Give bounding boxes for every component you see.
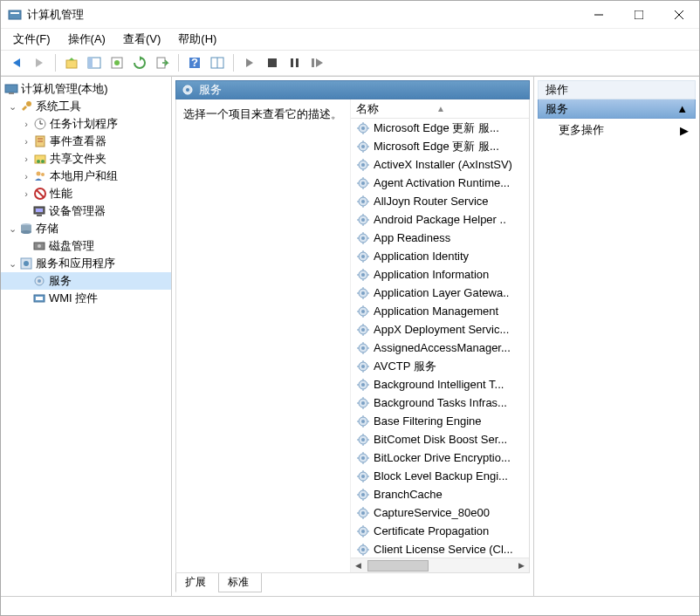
gear-icon xyxy=(356,231,370,245)
forward-button[interactable] xyxy=(29,52,50,73)
tree-share[interactable]: › 共享文件夹 xyxy=(1,150,171,168)
properties-button[interactable] xyxy=(106,52,127,73)
tab-extended[interactable]: 扩展 xyxy=(175,573,219,592)
back-button[interactable] xyxy=(6,52,27,73)
svg-point-41 xyxy=(21,230,31,234)
service-name: Application Management xyxy=(374,305,498,318)
actions-section[interactable]: 服务 ▲ xyxy=(538,99,696,119)
service-row[interactable]: Base Filtering Engine xyxy=(351,412,529,430)
scroll-track[interactable] xyxy=(366,559,514,572)
service-row[interactable]: Application Layer Gatewa.. xyxy=(351,284,529,302)
scroll-right-icon[interactable]: ▶ xyxy=(514,559,529,572)
menubar: 文件(F) 操作(A) 查看(V) 帮助(H) xyxy=(1,29,699,50)
expand-icon[interactable]: › xyxy=(22,119,31,129)
list-panel: 名称 ▲ Microsoft Edge 更新 服...Microsoft Edg… xyxy=(351,99,529,572)
svg-point-179 xyxy=(361,511,365,515)
service-row[interactable]: Application Identity xyxy=(351,247,529,265)
panel-button[interactable] xyxy=(84,52,105,73)
minimize-button[interactable] xyxy=(579,2,619,28)
submenu-icon: ▶ xyxy=(680,124,689,137)
gear-icon xyxy=(356,414,370,428)
service-row[interactable]: Background Intelligent T... xyxy=(351,375,529,394)
maximize-button[interactable] xyxy=(619,2,659,28)
expand-icon[interactable]: › xyxy=(22,188,31,199)
tree-label: 性能 xyxy=(50,186,72,202)
gear-icon xyxy=(356,469,370,483)
collapse-icon[interactable]: ⌄ xyxy=(8,223,17,235)
service-row[interactable]: CaptureService_80e00 xyxy=(351,503,529,522)
menu-view[interactable]: 查看(V) xyxy=(116,30,168,49)
service-row[interactable]: Microsoft Edge 更新 服... xyxy=(351,137,529,155)
expand-icon[interactable]: › xyxy=(22,154,31,164)
service-row[interactable]: App Readiness xyxy=(351,229,529,247)
service-row[interactable]: Certificate Propagation xyxy=(351,522,529,540)
service-row[interactable]: AppX Deployment Servic... xyxy=(351,320,529,339)
service-row[interactable]: AllJoyn Router Service xyxy=(351,192,529,210)
stop-button[interactable] xyxy=(262,52,283,73)
tree-event[interactable]: › 事件查看器 xyxy=(1,133,171,150)
service-row[interactable]: Android Package Helper .. xyxy=(351,210,529,229)
tree-disk[interactable]: 磁盘管理 xyxy=(1,237,171,255)
up-button[interactable] xyxy=(61,52,82,73)
tree-users[interactable]: › 本地用户和组 xyxy=(1,168,171,185)
storage-icon xyxy=(19,222,33,236)
sort-asc-icon: ▲ xyxy=(436,104,445,113)
pause-button[interactable] xyxy=(285,52,305,73)
gear-icon xyxy=(182,84,194,96)
tree-wmi[interactable]: WMI 控件 xyxy=(1,290,171,307)
tree-pane: 计算机管理(本地) ⌄ 系统工具 › 任务计划程序 › 事件查看器 › 共享文件… xyxy=(1,77,172,596)
gear-icon xyxy=(356,305,370,318)
expand-icon[interactable]: › xyxy=(22,171,31,181)
service-row[interactable]: BranchCache xyxy=(351,485,529,503)
service-row[interactable]: Background Tasks Infras... xyxy=(351,394,529,412)
scroll-thumb[interactable] xyxy=(367,560,429,572)
svg-rect-16 xyxy=(268,58,277,67)
service-row[interactable]: Application Management xyxy=(351,302,529,320)
svg-point-107 xyxy=(361,291,365,295)
service-row[interactable]: AVCTP 服务 xyxy=(351,357,529,375)
refresh-button[interactable] xyxy=(129,52,150,73)
service-row[interactable]: Block Level Backup Engi... xyxy=(351,467,529,485)
actions-more[interactable]: 更多操作 ▶ xyxy=(538,120,696,140)
tree-root[interactable]: 计算机管理(本地) xyxy=(1,80,171,98)
tree-perf[interactable]: › 性能 xyxy=(1,185,171,202)
menu-help[interactable]: 帮助(H) xyxy=(171,30,223,49)
start-button[interactable] xyxy=(239,52,260,73)
service-row[interactable]: Application Information xyxy=(351,265,529,284)
tree-storage[interactable]: ⌄ 存储 xyxy=(1,220,171,237)
tree-services-apps[interactable]: ⌄ 服务和应用程序 xyxy=(1,255,171,272)
collapse-icon[interactable]: ⌄ xyxy=(8,101,17,113)
help-button[interactable]: ? xyxy=(184,52,205,73)
menu-action[interactable]: 操作(A) xyxy=(61,30,113,49)
tab-standard[interactable]: 标准 xyxy=(218,573,262,592)
menu-file[interactable]: 文件(F) xyxy=(6,30,58,49)
tree-services[interactable]: 服务 xyxy=(1,272,171,290)
export-button[interactable] xyxy=(152,52,173,73)
svg-rect-21 xyxy=(9,92,14,94)
svg-point-77 xyxy=(361,200,365,203)
service-row[interactable]: Client License Service (Cl... xyxy=(351,540,529,558)
scroll-left-icon[interactable]: ◀ xyxy=(351,559,366,572)
close-button[interactable] xyxy=(659,2,699,28)
tree-device[interactable]: 设备管理器 xyxy=(1,202,171,220)
service-row[interactable]: AssignedAccessManager... xyxy=(351,339,529,357)
service-row[interactable]: BitComet Disk Boost Ser... xyxy=(351,430,529,448)
collapse-icon[interactable]: ⌄ xyxy=(8,258,17,270)
expand-icon[interactable]: › xyxy=(22,136,31,147)
computer-icon xyxy=(4,82,18,96)
service-row[interactable]: BitLocker Drive Encryptio... xyxy=(351,448,529,467)
tree-task[interactable]: › 任务计划程序 xyxy=(1,115,171,133)
clock-icon xyxy=(33,117,47,131)
horizontal-scrollbar[interactable]: ◀ ▶ xyxy=(351,558,529,572)
statusbar xyxy=(1,596,699,615)
tree-systools[interactable]: ⌄ 系统工具 xyxy=(1,98,171,115)
service-row[interactable]: ActiveX Installer (AxInstSV) xyxy=(351,155,529,174)
view-button[interactable] xyxy=(207,52,228,73)
toolbar: ? xyxy=(1,50,699,76)
service-row[interactable]: Agent Activation Runtime... xyxy=(351,174,529,192)
service-row[interactable]: Microsoft Edge 更新 服... xyxy=(351,119,529,137)
restart-button[interactable] xyxy=(307,52,328,73)
actions-more-label: 更多操作 xyxy=(559,122,604,138)
list-body[interactable]: Microsoft Edge 更新 服...Microsoft Edge 更新 … xyxy=(351,119,529,558)
list-header[interactable]: 名称 ▲ xyxy=(351,99,529,119)
